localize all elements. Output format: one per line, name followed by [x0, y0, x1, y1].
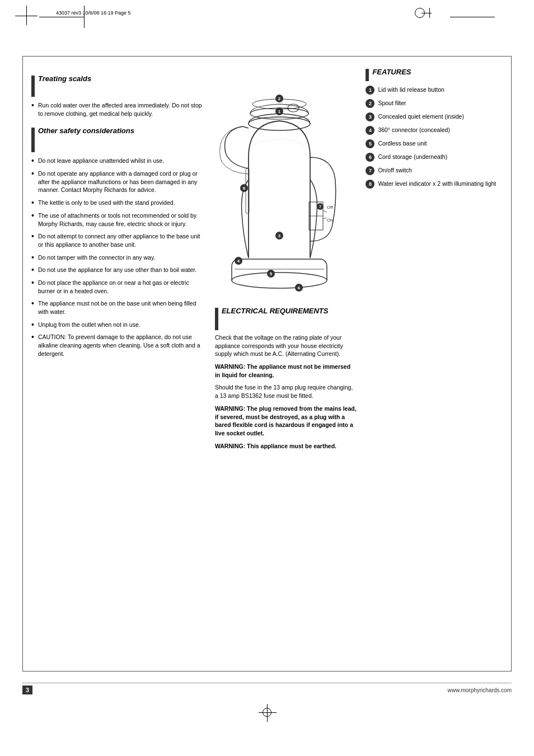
electrical-bar	[215, 308, 218, 330]
svg-text:On: On	[327, 218, 333, 223]
feature-text-2: Spout filter	[378, 99, 503, 107]
svg-text:6: 6	[298, 285, 301, 290]
list-item: Do not tamper with the connector in any …	[31, 253, 204, 262]
list-item: The kettle is only to be used with the s…	[31, 199, 204, 207]
feature-num-6: 6	[366, 153, 374, 162]
treating-scalds-list: Run cold water over the affected area im…	[31, 101, 204, 118]
crop-line-h-right	[450, 17, 495, 17]
feature-item-4: 4 360° connector (concealed)	[366, 126, 503, 135]
electrical-para2: Should the fuse in the 13 amp plug requi…	[215, 383, 357, 400]
electrical-section: ELECTRICAL REQUIREMENTS Check that the v…	[215, 307, 357, 454]
svg-text:Off: Off	[327, 205, 333, 210]
feature-item-5: 5 Cordless base unit	[366, 139, 503, 148]
svg-text:7: 7	[319, 205, 321, 209]
other-safety-bar	[31, 128, 35, 152]
list-item: Do not leave appliance unattended whilst…	[31, 157, 204, 165]
feature-text-3: Concealed quiet element (inside)	[378, 112, 503, 120]
list-item: Do not operate any appliance with a dama…	[31, 170, 204, 194]
svg-text:2: 2	[278, 96, 281, 101]
electrical-warning2: WARNING: The plug removed from the mains…	[215, 405, 357, 438]
crop-line-v-left	[84, 6, 85, 28]
electrical-warning3: WARNING: This appliance must be earthed.	[215, 442, 357, 450]
list-item: The appliance must not be on the base un…	[31, 299, 204, 316]
other-safety-heading: Other safety considerations	[31, 126, 204, 152]
kettle-svg: 1 2 Off On	[215, 68, 344, 303]
kettle-diagram: 1 2 Off On	[215, 68, 357, 304]
list-item: Do not place the appliance on or near a …	[31, 279, 204, 295]
list-item: Do not use the appliance for any use oth…	[31, 266, 204, 274]
treating-scalds-bar	[31, 76, 35, 97]
footer-url: www.morphyrichards.com	[448, 687, 512, 693]
svg-text:5: 5	[270, 271, 273, 276]
middle-column: 1 2 Off On	[210, 68, 361, 454]
feature-text-4: 360° connector (concealed)	[378, 126, 503, 134]
left-column: Treating scalds Run cold water over the …	[31, 68, 210, 454]
features-title: FEATURES	[372, 68, 411, 76]
reg-cross-h	[421, 13, 432, 13]
other-safety-list: Do not leave appliance unattended whilst…	[31, 157, 204, 358]
page-wrapper: 43037 rev3 10/6/08 16:19 Page 5 Treating…	[0, 0, 534, 756]
list-item: CAUTION: To prevent damage to the applia…	[31, 333, 204, 358]
three-column-layout: Treating scalds Run cold water over the …	[31, 68, 503, 454]
feature-text-1: Lid with lid release button	[378, 86, 503, 93]
list-item: Run cold water over the affected area im…	[31, 101, 204, 118]
svg-text:1: 1	[278, 109, 281, 114]
list-item: The use of attachments or tools not reco…	[31, 212, 204, 228]
electrical-para1: Check that the voltage on the rating pla…	[215, 334, 357, 358]
crop-area: 43037 rev3 10/6/08 16:19 Page 5	[0, 0, 534, 50]
list-item: Do not attempt to connect any other appl…	[31, 232, 204, 248]
other-safety-title: Other safety considerations	[38, 126, 134, 136]
svg-line-15	[323, 218, 327, 219]
feature-num-7: 7	[366, 166, 374, 175]
svg-text:3: 3	[278, 233, 281, 238]
bottom-crop-area	[0, 697, 534, 730]
reg-cross-v	[429, 8, 430, 18]
feature-item-8: 8 Water level indicator x 2 with illumin…	[366, 180, 503, 189]
feature-item-2: 2 Spout filter	[366, 99, 503, 108]
svg-text:8: 8	[243, 186, 246, 191]
svg-point-0	[232, 273, 327, 288]
feature-item-6: 6 Cord storage (underneath)	[366, 153, 503, 162]
feature-item-7: 7 On/off switch	[366, 166, 503, 175]
feature-num-8: 8	[366, 180, 374, 189]
feature-text-7: On/off switch	[378, 166, 503, 174]
main-content: Treating scalds Run cold water over the …	[22, 56, 512, 672]
feature-item-3: 3 Concealed quiet element (inside)	[366, 112, 503, 121]
feature-item-1: 1 Lid with lid release button	[366, 86, 503, 95]
treating-scalds-title: Treating scalds	[38, 74, 91, 84]
feature-num-1: 1	[366, 86, 374, 95]
svg-text:4: 4	[237, 259, 240, 264]
features-heading: FEATURES	[366, 68, 503, 81]
electrical-title: ELECTRICAL REQUIREMENTS	[222, 307, 328, 315]
electrical-heading: ELECTRICAL REQUIREMENTS	[215, 307, 357, 330]
crop-h-far-left	[15, 16, 38, 16]
electrical-body: Check that the voltage on the rating pla…	[215, 334, 357, 450]
feature-num-4: 4	[366, 126, 374, 135]
electrical-warning1: WARNING: The appliance must not be immer…	[215, 363, 357, 379]
page-footer: 3 www.morphyrichards.com	[22, 683, 512, 697]
features-bar	[366, 69, 369, 81]
page-number: 3	[22, 685, 32, 694]
treating-scalds-heading: Treating scalds	[31, 74, 204, 97]
crop-label: 43037 rev3 10/6/08 16:19 Page 5	[56, 10, 131, 16]
svg-line-14	[323, 210, 327, 212]
feature-text-5: Cordless base unit	[378, 139, 503, 147]
feature-text-6: Cord storage (underneath)	[378, 153, 503, 161]
feature-text-8: Water level indicator x 2 with illuminat…	[378, 180, 503, 187]
feature-num-2: 2	[366, 99, 374, 108]
list-item: Unplug from the outlet when not in use.	[31, 321, 204, 329]
crop-line-h-left	[39, 17, 84, 17]
right-column: FEATURES 1 Lid with lid release button 2…	[361, 68, 503, 454]
feature-num-5: 5	[366, 139, 374, 148]
feature-num-3: 3	[366, 112, 374, 121]
